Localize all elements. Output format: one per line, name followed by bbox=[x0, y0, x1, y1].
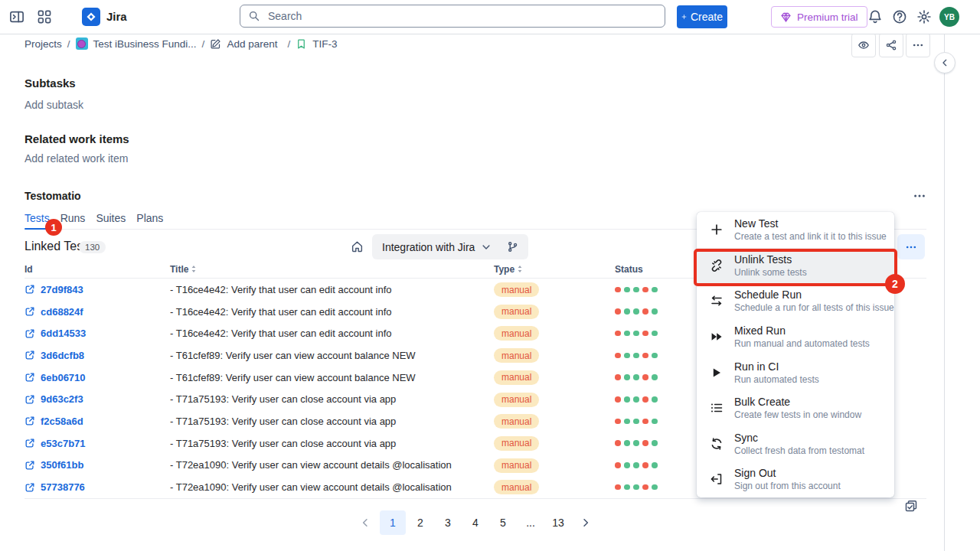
menu-item-new-test[interactable]: New TestCreate a test and link it it to … bbox=[697, 212, 894, 248]
test-type-badge: manual bbox=[494, 436, 539, 451]
status-dot-pass bbox=[633, 440, 639, 446]
sort-icon[interactable] bbox=[191, 265, 197, 273]
status-dot-pass bbox=[633, 396, 639, 403]
test-type-cell: manual bbox=[494, 304, 615, 319]
tab-runs[interactable]: Runs bbox=[60, 212, 86, 229]
settings-icon[interactable] bbox=[916, 9, 932, 24]
branch-icon[interactable] bbox=[507, 241, 518, 253]
create-button[interactable]: Create bbox=[677, 5, 727, 28]
jira-logo[interactable] bbox=[82, 8, 100, 26]
collapse-panel-button[interactable] bbox=[934, 52, 956, 73]
external-link-icon[interactable] bbox=[24, 416, 35, 426]
menu-item-mixed-run[interactable]: Mixed RunRun manual and automated tests bbox=[697, 319, 894, 355]
add-subtask-button[interactable]: Add subtask bbox=[24, 99, 83, 111]
test-id-link[interactable]: 27d9f843 bbox=[41, 284, 83, 295]
test-id-link[interactable]: f2c58a6d bbox=[41, 416, 83, 427]
breadcrumb-issue[interactable]: TIF-3 bbox=[312, 38, 337, 50]
related-items-title: Related work items bbox=[24, 132, 129, 145]
status-dot-fail bbox=[642, 331, 648, 337]
menu-item-title: Sync bbox=[734, 432, 864, 444]
previous-page-button[interactable] bbox=[352, 510, 378, 535]
breadcrumb-project[interactable]: Test iBusiness Fundi... bbox=[93, 38, 197, 50]
share-button[interactable] bbox=[879, 33, 903, 57]
menu-item-bulk-create[interactable]: Bulk CreateCreate few tests in one windo… bbox=[697, 390, 894, 426]
page-button-4[interactable]: 4 bbox=[462, 510, 488, 535]
linked-tests-more-button[interactable] bbox=[897, 234, 925, 259]
status-dot-pass bbox=[652, 462, 658, 468]
column-header-type[interactable]: Type bbox=[494, 264, 615, 275]
menu-item-unlink-tests[interactable]: Unlink TestsUnlink some tests bbox=[697, 248, 894, 284]
testomatio-more-button[interactable] bbox=[912, 189, 927, 203]
status-dot-pass bbox=[633, 484, 639, 491]
project-filter-dropdown[interactable]: Integration with Jira bbox=[372, 234, 528, 259]
help-icon[interactable] bbox=[892, 9, 907, 24]
page-button-2[interactable]: 2 bbox=[407, 510, 433, 535]
page-button-3[interactable]: 3 bbox=[435, 510, 461, 535]
menu-item-sign-out[interactable]: Sign OutSign out from this account bbox=[697, 461, 894, 497]
menu-item-run-in-ci[interactable]: Run in CIRun automated tests bbox=[697, 354, 894, 390]
next-page-button[interactable] bbox=[573, 510, 599, 535]
bookmark-icon bbox=[296, 38, 307, 50]
breadcrumb-projects[interactable]: Projects bbox=[24, 38, 62, 50]
issue-more-button[interactable] bbox=[906, 33, 930, 57]
select-all-icon[interactable] bbox=[904, 499, 918, 513]
home-icon[interactable] bbox=[351, 240, 364, 253]
status-dot-pass bbox=[652, 484, 658, 491]
search-bar[interactable] bbox=[240, 5, 665, 28]
chevron-down-icon bbox=[481, 242, 492, 253]
search-input[interactable] bbox=[266, 9, 657, 23]
external-link-icon[interactable] bbox=[24, 372, 35, 383]
test-id-link[interactable]: 6dd14533 bbox=[41, 328, 86, 339]
notifications-icon[interactable] bbox=[867, 9, 883, 24]
avatar[interactable]: YB bbox=[939, 7, 959, 27]
add-parent-button[interactable]: Add parent bbox=[227, 38, 277, 50]
menu-item-title: Mixed Run bbox=[734, 324, 870, 337]
external-link-icon[interactable] bbox=[24, 284, 35, 295]
column-header-title[interactable]: Title bbox=[170, 264, 494, 275]
test-type-cell: manual bbox=[494, 458, 615, 473]
tab-suites[interactable]: Suites bbox=[96, 212, 126, 229]
external-link-icon[interactable] bbox=[24, 394, 35, 405]
test-id-link[interactable]: cd68824f bbox=[41, 306, 83, 318]
test-id-link[interactable]: 3d6dcfb8 bbox=[41, 350, 84, 361]
page-button-5[interactable]: 5 bbox=[490, 510, 516, 535]
external-link-icon[interactable] bbox=[24, 460, 35, 471]
status-dot-fail bbox=[642, 419, 648, 425]
status-dot-pass bbox=[633, 419, 639, 425]
page-button-13[interactable]: 13 bbox=[545, 510, 571, 535]
test-title: - T16ce4e42: Verify that user can edit a… bbox=[170, 306, 494, 318]
test-id-link[interactable]: 350f61bb bbox=[41, 459, 83, 471]
test-id-link[interactable]: e53c7b71 bbox=[41, 438, 86, 449]
test-title: - T71a75193: Verify user can close accou… bbox=[170, 416, 494, 427]
chevron-right-icon bbox=[580, 517, 591, 528]
right-panel-divider bbox=[944, 34, 945, 551]
status-dot-pass bbox=[624, 484, 630, 491]
test-type-badge: manual bbox=[494, 305, 539, 319]
sidebar-toggle-icon[interactable] bbox=[9, 9, 24, 24]
external-link-icon[interactable] bbox=[24, 482, 35, 493]
sort-icon[interactable] bbox=[517, 265, 523, 273]
external-link-icon[interactable] bbox=[24, 306, 35, 317]
test-id-link[interactable]: 6eb06710 bbox=[41, 372, 86, 383]
status-dot-pass bbox=[633, 353, 639, 359]
menu-item-title: New Test bbox=[734, 217, 887, 230]
external-link-icon[interactable] bbox=[24, 350, 35, 360]
tab-plans[interactable]: Plans bbox=[136, 212, 163, 229]
page-button-1[interactable]: 1 bbox=[380, 510, 406, 535]
premium-trial-button[interactable]: Premium trial bbox=[771, 6, 867, 28]
test-id-link[interactable]: 57738776 bbox=[41, 481, 85, 493]
add-related-item-button[interactable]: Add related work item bbox=[24, 152, 128, 165]
status-dot-fail bbox=[615, 462, 621, 468]
menu-item-schedule-run[interactable]: Schedule RunSchedule a run for all tests… bbox=[697, 283, 894, 319]
external-link-icon[interactable] bbox=[24, 438, 35, 448]
app-switcher-icon[interactable] bbox=[37, 9, 52, 24]
sign-out-icon bbox=[710, 472, 724, 486]
menu-item-sync[interactable]: SyncCollect fresh data from testomat bbox=[697, 426, 894, 462]
watch-button[interactable] bbox=[851, 33, 876, 57]
menu-item-text: Sign OutSign out from this account bbox=[734, 467, 841, 491]
external-link-icon[interactable] bbox=[24, 328, 35, 339]
test-type-badge: manual bbox=[494, 393, 539, 407]
status-dot-fail bbox=[642, 396, 648, 403]
test-id-link[interactable]: 9d63c2f3 bbox=[41, 393, 83, 405]
breadcrumb-separator: / bbox=[287, 38, 290, 50]
